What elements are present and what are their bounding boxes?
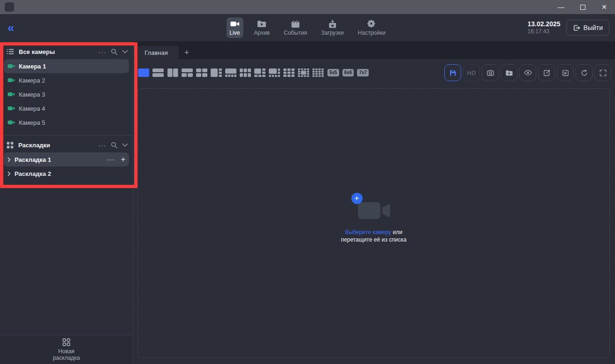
archive-folder-icon [505,69,513,76]
layout-5x5-button[interactable]: 5x5 [327,69,339,76]
layout-1-plus-5-button[interactable] [254,68,266,77]
maximize-button[interactable] [572,0,593,14]
layout-more-button[interactable]: ··· [107,158,115,162]
save-icon [449,69,457,77]
layout-3x3-button[interactable] [283,68,295,77]
layout-1-plus-4-button[interactable] [225,68,237,77]
layout-1x1-button[interactable] [137,68,150,77]
layout-1-plus-3-button[interactable] [210,68,222,77]
layout-3x2-button[interactable] [239,68,251,77]
save-layout-button[interactable] [444,64,461,81]
nav-item-downloads[interactable]: Загрузки [321,20,344,36]
minimize-button[interactable]: — [550,0,572,14]
nav-item-label: Архив [254,30,270,36]
chevron-down-icon[interactable] [122,143,128,147]
grid-icon [62,338,70,346]
search-icon[interactable] [111,48,118,55]
layout-toolbar: 5x5 6x6 7x7 HD [137,59,611,86]
layout-1x1-icon [138,68,149,77]
nav-item-label: Live [229,30,240,36]
add-camera-badge[interactable]: + [351,193,363,204]
new-layout-button[interactable]: Новая раскладка [0,335,133,364]
navbar-right: 13.02.2025 16:17:43 Выйти [527,14,609,41]
open-archive-button[interactable] [501,64,517,81]
minimize-icon: — [558,3,564,11]
nav-item-label: Загрузки [321,30,344,36]
main-area: 5x5 6x6 7x7 HD [134,59,615,364]
layout-1-plus-2-button[interactable] [181,68,193,77]
camera-item-4[interactable]: Камера 4 [4,101,129,115]
chevron-right-icon[interactable] [8,171,11,176]
visibility-button[interactable] [519,64,536,81]
layout-add-button[interactable]: + [121,156,125,163]
layout-label: Раскладка 1 [15,156,51,163]
hd-label: HD [467,69,476,76]
camera-item-5[interactable]: Камера 5 [4,115,129,129]
layout-2x2-button[interactable] [196,68,208,77]
layout-label: Раскладка 2 [15,170,51,177]
nav-item-archive[interactable]: Архив [254,20,270,36]
layout-item-2[interactable]: Раскладка 2 [4,167,129,181]
downloads-icon [327,20,338,28]
main-nav: Live Архив События Загрузки [229,20,385,36]
refresh-icon [580,69,588,77]
collapse-sidebar-button[interactable]: « [8,22,13,34]
layout-1-plus-7-button[interactable] [268,68,281,77]
hd-toggle-button[interactable]: HD [463,64,480,81]
eye-icon [524,69,532,76]
empty-state: + Выберите камеру или перетащите её из с… [341,198,407,243]
layouts-more-button[interactable]: ··· [98,143,106,147]
tabbar: Главная + [134,41,615,59]
nav-item-live[interactable]: Live [226,17,243,38]
search-icon[interactable] [111,142,118,149]
camera-label: Камера 2 [19,77,45,84]
camera-label: Камера 3 [19,91,45,98]
layout-6x6-button[interactable]: 6x6 [342,69,354,76]
events-calendar-icon [290,20,301,28]
close-button[interactable]: ✕ [593,0,615,14]
camera-item-3[interactable]: Камера 3 [4,87,129,101]
nav-item-settings[interactable]: Настройки [358,20,386,36]
double-chevron-left-icon: « [8,21,13,35]
live-camera-icon [229,20,240,28]
layout-7x7-button[interactable]: 7x7 [357,69,369,76]
grid-icon [7,142,14,149]
layout-4x4-button[interactable] [312,68,324,77]
layout-4x4-icon [312,68,324,77]
cameras-more-button[interactable]: ··· [98,50,106,54]
chevron-down-icon[interactable] [122,50,128,54]
refresh-button[interactable] [576,64,592,81]
layout-item-1[interactable]: Раскладка 1 ··· + [4,152,129,167]
logout-button[interactable]: Выйти [566,20,609,36]
logout-label: Выйти [584,24,603,31]
nav-item-events[interactable]: События [284,20,307,36]
select-camera-link[interactable]: Выберите камеру [345,229,391,235]
fullscreen-button[interactable] [594,64,611,81]
camera-label: Камера 4 [19,105,45,112]
snapshot-button[interactable] [482,64,499,81]
archive-folder-icon [257,20,267,28]
camera-item-1[interactable]: Камера 1 [4,59,129,73]
time-label: 16:17:43 [527,28,560,35]
nav-item-label: Настройки [358,30,386,36]
camera-item-2[interactable]: Камера 2 [4,73,129,87]
tab-main[interactable]: Главная [134,46,179,59]
layouts-section-title: Раскладки [18,142,98,149]
cameras-section-title: Все камеры [19,48,98,55]
open-in-window-button[interactable] [557,64,574,81]
export-button[interactable] [538,64,555,81]
layout-2x2-icon [196,68,207,77]
layout-2-rows-button[interactable] [152,68,164,77]
layout-1-plus-12-icon [298,68,309,77]
camera-icon [8,119,15,126]
layout-2-cols-button[interactable] [167,68,179,77]
camera-dropzone[interactable]: + Выберите камеру или перетащите её из с… [137,88,610,358]
list-icon [7,48,14,55]
layouts-section: Раскладки ··· Раскладка 1 ··· + [0,135,133,186]
add-tab-button[interactable]: + [179,46,195,59]
chevron-right-icon[interactable] [8,157,11,162]
camera-icon [8,105,15,112]
layout-1-plus-12-button[interactable] [297,68,310,77]
plus-icon: + [355,194,359,203]
datetime: 13.02.2025 16:17:43 [527,20,560,36]
